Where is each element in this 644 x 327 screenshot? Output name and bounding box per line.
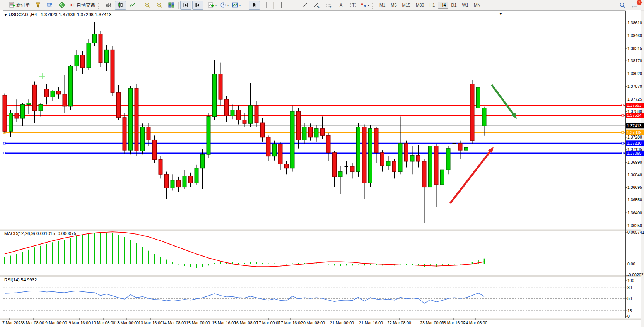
autotrading-icon [69, 2, 75, 8]
dropdown-caret: ▾ [215, 3, 217, 7]
history-center-button[interactable] [32, 1, 43, 10]
cursor-tool-button[interactable] [249, 1, 260, 10]
tf-m15-button[interactable]: M15 [400, 2, 413, 9]
tf-d1-button[interactable]: D1 [449, 2, 459, 9]
svg-text:14 Mar 08:00: 14 Mar 08:00 [162, 320, 186, 325]
zoom-out-button[interactable] [154, 1, 165, 10]
add-indicator-icon [208, 2, 214, 8]
autotrading-button[interactable]: 自动交易 [68, 1, 96, 10]
svg-text:1.37280: 1.37280 [627, 135, 642, 139]
crosshair-tool-button[interactable] [261, 1, 272, 10]
macd-indicator-label: MACD(12,26,9) 0.001015 -0.000075 [4, 231, 76, 236]
ohlc-values: 1.37623 1.37636 1.37298 1.37413 [41, 12, 112, 17]
tf-h1-button[interactable]: H1 [427, 2, 437, 9]
equidistant-channel-icon: E [314, 2, 320, 8]
bar-chart-mode-button[interactable] [103, 1, 114, 10]
svg-text:F: F [330, 6, 331, 9]
svg-text:1.36550: 1.36550 [627, 197, 642, 202]
indicators-button[interactable]: ▾ [207, 1, 218, 10]
tf-w1-button[interactable]: W1 [460, 2, 471, 9]
periods-button[interactable]: ▾ [219, 1, 230, 10]
svg-text:1.37210: 1.37210 [627, 141, 642, 146]
svg-text:A: A [339, 3, 342, 8]
svg-text:9 Mar 16:00: 9 Mar 16:00 [69, 320, 91, 325]
tf-m1-button[interactable]: M1 [377, 2, 388, 9]
channel-tool-button[interactable]: E [311, 1, 323, 10]
svg-text:22 Mar 08:00: 22 Mar 08:00 [387, 320, 411, 325]
text-tool-button[interactable]: A [335, 1, 347, 10]
fibonacci-tool-button[interactable]: F [323, 1, 335, 10]
svg-text:21 Mar 00:00: 21 Mar 00:00 [330, 320, 354, 325]
svg-text:1.37339: 1.37339 [627, 130, 642, 135]
notifications-button[interactable]: 1 [629, 1, 640, 10]
funnel-icon [35, 2, 41, 8]
pane-separator[interactable] [0, 229, 644, 231]
toolbar-grip[interactable] [244, 2, 247, 9]
tf-m30-button[interactable]: M30 [413, 2, 426, 9]
svg-text:15: 15 [627, 308, 632, 313]
autotrading-label: 自动交易 [77, 2, 95, 9]
template-icon [232, 2, 238, 8]
new-order-button[interactable]: 新订单 [8, 1, 31, 10]
horizontal-line-icon [290, 2, 296, 8]
toolbar-grip[interactable] [372, 2, 376, 9]
tf-m5-button[interactable]: M5 [388, 2, 399, 9]
trendline-tool-button[interactable] [299, 1, 311, 10]
tile-windows-button[interactable] [166, 1, 177, 10]
chart-canvas[interactable]: 1.386101.384601.383151.381701.380201.378… [0, 10, 644, 327]
svg-text:9 Mar 00:00: 9 Mar 00:00 [45, 320, 67, 325]
window-list-marker[interactable]: ▼ [499, 12, 502, 16]
symbol-collapse-marker[interactable]: ▼ [4, 13, 7, 17]
text-icon: A [338, 2, 344, 8]
svg-text:1.38020: 1.38020 [627, 71, 642, 76]
tf-h4-button[interactable]: H4 [438, 2, 448, 9]
signal-icon [59, 2, 65, 8]
svg-text:1.37725: 1.37725 [627, 97, 642, 101]
auto-scroll-button[interactable] [180, 1, 191, 10]
zoom-out-icon [156, 2, 162, 8]
text-label-tool-button[interactable]: T [347, 1, 359, 10]
toolbar-grip[interactable] [98, 2, 101, 9]
metaeditor-button[interactable] [44, 1, 55, 10]
svg-text:15 Mar 00:00: 15 Mar 00:00 [186, 320, 210, 325]
svg-text:80: 80 [627, 285, 632, 290]
trendline-icon [302, 2, 308, 8]
signals-button[interactable] [56, 1, 67, 10]
arrows-tool-button[interactable]: ▾ [359, 1, 371, 10]
window-edge [641, 10, 644, 327]
candlestick-mode-button[interactable] [115, 1, 126, 10]
search-button[interactable] [617, 1, 628, 10]
svg-text:24 Mar 08:00: 24 Mar 08:00 [463, 320, 487, 325]
horizontal-line-tool-button[interactable] [287, 1, 299, 10]
new-order-label: 新订单 [16, 2, 30, 9]
tf-mn-button[interactable]: MN [471, 2, 483, 9]
toolbar-grip[interactable] [3, 2, 6, 9]
zoom-in-icon [144, 2, 150, 8]
pane-separator[interactable] [0, 318, 644, 320]
line-chart-mode-button[interactable] [127, 1, 138, 10]
svg-text:23 Mar 16:00: 23 Mar 16:00 [441, 320, 465, 325]
chart-shift-button[interactable] [192, 1, 203, 10]
chart-title: ▼ USDCAD-,H4 1.37623 1.37636 1.37298 1.3… [4, 12, 111, 17]
fibonacci-icon: F [326, 2, 332, 8]
svg-text:17 Mar 16:00: 17 Mar 16:00 [278, 320, 302, 325]
arrow-objects-icon [360, 2, 367, 8]
rsi-pane[interactable] [3, 277, 625, 318]
dropdown-caret: ▾ [367, 3, 369, 7]
vertical-line-tool-button[interactable] [275, 1, 287, 10]
bar-chart-icon [106, 2, 112, 8]
svg-text:1.36695: 1.36695 [627, 185, 642, 190]
svg-text:1.37095: 1.37095 [627, 151, 642, 156]
templates-button[interactable]: ▾ [231, 1, 242, 10]
symbol-period-label: USDCAD-,H4 [9, 12, 37, 17]
pane-separator[interactable] [0, 275, 644, 277]
chart-window[interactable]: 1.386101.384601.383151.381701.380201.378… [0, 10, 644, 327]
svg-text:1.38170: 1.38170 [627, 58, 642, 63]
svg-text:1.38460: 1.38460 [627, 33, 642, 38]
macd-pane[interactable] [3, 231, 625, 275]
zoom-in-button[interactable] [142, 1, 153, 10]
svg-text:0.00: 0.00 [627, 262, 635, 266]
svg-text:8 Mar 08:00: 8 Mar 08:00 [22, 320, 44, 325]
main-pane[interactable] [3, 11, 625, 229]
svg-text:13 Mar 00:00: 13 Mar 00:00 [115, 320, 139, 325]
